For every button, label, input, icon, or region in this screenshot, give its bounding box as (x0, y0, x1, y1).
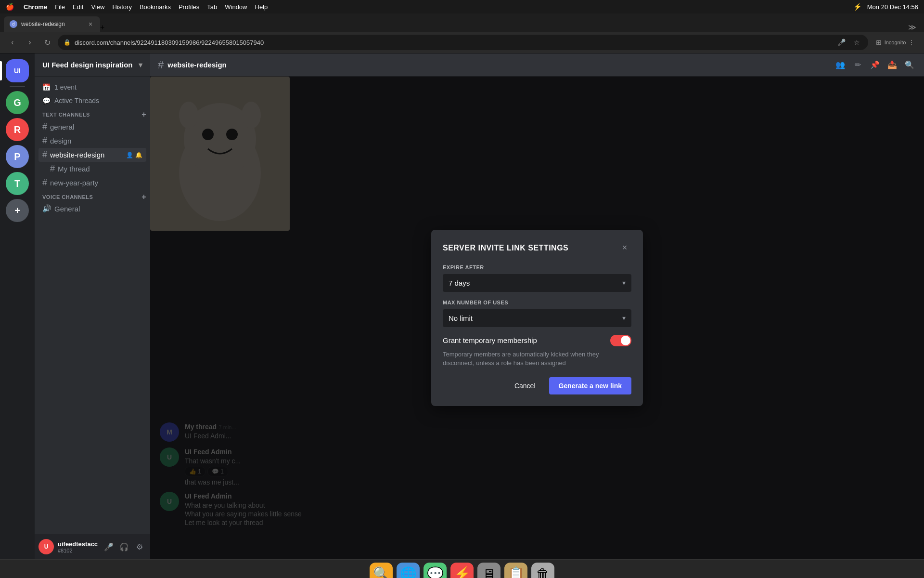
dialog-header: SERVER INVITE LINK SETTINGS × (443, 241, 631, 255)
menu-view[interactable]: View (91, 3, 104, 11)
pin-icon[interactable]: 📌 (868, 58, 882, 72)
tab-bar: d website-redesign × + ≫ (0, 13, 924, 32)
settings-icon[interactable]: ⚙ (133, 540, 146, 553)
server-icon-gray[interactable]: + (6, 199, 29, 222)
address-bar-icons: 🎤 ☆ (835, 39, 862, 46)
active-threads-item[interactable]: 💬 Active Threads (35, 94, 150, 107)
invite-settings-dialog: SERVER INVITE LINK SETTINGS × EXPIRE AFT… (431, 230, 643, 406)
channel-item-website-redesign[interactable]: # website-redesign 👤 🔔 (38, 148, 146, 162)
menu-file[interactable]: File (55, 3, 65, 11)
tab-favicon: d (10, 20, 17, 28)
inbox-icon[interactable]: 📥 (886, 58, 899, 72)
channel-item-voice-general[interactable]: 🔊 General (38, 202, 146, 215)
dock-chrome[interactable]: 🌐 (397, 563, 420, 578)
channel-badges: 👤 🔔 (126, 152, 142, 158)
server-icon-green[interactable]: G (6, 91, 29, 114)
events-item[interactable]: 📅 1 event (35, 80, 150, 94)
add-text-channel-icon[interactable]: + (141, 110, 146, 119)
user-controls: 🎤 🎧 ⚙ (102, 540, 146, 553)
profile-button[interactable]: Incognito (888, 36, 902, 49)
close-dialog-button[interactable]: × (618, 241, 631, 255)
hash-icon-general: # (42, 122, 47, 132)
browser-right-icons: ⊞ Incognito ⋮ (872, 36, 918, 49)
temporary-membership-toggle[interactable]: ✕ (610, 335, 631, 346)
menu-edit[interactable]: Edit (73, 3, 83, 11)
menu-chrome[interactable]: Chrome (24, 3, 47, 11)
channel-item-general[interactable]: # general (38, 120, 146, 134)
add-voice-channel-icon[interactable]: + (141, 193, 146, 201)
hash-icon-thread: # (50, 164, 55, 174)
discord-app: UI G R P T + UI Feed design inspiration … (0, 53, 924, 559)
hash-icon-website: # (42, 150, 47, 160)
expire-select-wrapper: 30 minutes 1 hour 6 hours 12 hours 1 day… (443, 274, 631, 292)
expire-after-group: EXPIRE AFTER 30 minutes 1 hour 6 hours 1… (443, 264, 631, 292)
refresh-button[interactable]: ↻ (40, 36, 54, 49)
dock-notes[interactable]: 📋 (504, 563, 527, 578)
modal-overlay[interactable]: SERVER INVITE LINK SETTINGS × EXPIRE AFT… (150, 77, 924, 559)
forward-button[interactable]: › (23, 36, 37, 49)
server-name-text: UI Feed design inspiration (42, 61, 133, 69)
server-icon-uifeed[interactable]: UI (6, 59, 29, 82)
tab-title: website-redesign (21, 21, 83, 27)
username-info: uifeedtestacc #8102 (58, 540, 98, 553)
voice-channel-name: General (54, 205, 142, 213)
dock-discord[interactable]: 💬 (424, 563, 447, 578)
back-button[interactable]: ‹ (6, 36, 19, 49)
voice-channels-header[interactable]: VOICE CHANNELS + (35, 190, 150, 202)
dock-bolt[interactable]: ⚡ (450, 563, 474, 578)
search-icon[interactable]: 🔍 (903, 58, 916, 72)
new-tab-button[interactable]: + (100, 23, 104, 32)
user-avatar: U (38, 539, 54, 554)
channel-item-my-thread[interactable]: # My thread (38, 162, 146, 176)
menu-help[interactable]: Help (255, 3, 268, 11)
star-icon[interactable]: ☆ (851, 39, 862, 46)
bell-badge-icon: 🔔 (135, 152, 142, 158)
extensions-button[interactable]: ⊞ (872, 36, 886, 49)
mic-icon[interactable]: 🎤 (835, 39, 847, 46)
server-dropdown-arrow: ▾ (139, 61, 142, 69)
expire-after-select[interactable]: 30 minutes 1 hour 6 hours 12 hours 1 day… (443, 274, 631, 292)
menu-tab[interactable]: Tab (207, 3, 217, 11)
text-channels-header[interactable]: TEXT CHANNELS + (35, 107, 150, 120)
server-icon-purple[interactable]: P (6, 145, 29, 168)
channel-header-name: website-redesign (167, 61, 227, 69)
generate-link-button[interactable]: Generate a new link (549, 377, 632, 394)
menu-bookmarks[interactable]: Bookmarks (140, 3, 171, 11)
voice-channels-label: VOICE CHANNELS (42, 194, 93, 200)
members-icon[interactable]: 👥 (834, 58, 847, 72)
dock-terminal[interactable]: 🖥 (477, 563, 500, 578)
server-name-header[interactable]: UI Feed design inspiration ▾ (35, 53, 150, 77)
user-badge-icon: 👤 (126, 152, 133, 158)
channel-name-design: design (50, 137, 142, 145)
edit-icon[interactable]: ✏ (851, 58, 864, 72)
browser-tab[interactable]: d website-redesign × (4, 16, 100, 32)
mic-toggle[interactable]: 🎤 (102, 540, 116, 553)
menu-history[interactable]: History (112, 3, 131, 11)
channel-sidebar: UI Feed design inspiration ▾ 📅 1 event 💬… (35, 53, 150, 559)
max-uses-select-wrapper: No limit 1 use 5 uses 10 uses 25 uses 50… (443, 309, 631, 327)
speaker-icon: 🔊 (42, 204, 51, 213)
menu-profiles[interactable]: Profiles (179, 3, 199, 11)
menu-window[interactable]: Window (225, 3, 247, 11)
headphone-toggle[interactable]: 🎧 (117, 540, 131, 553)
clock: Mon 20 Dec 14:56 (867, 3, 918, 11)
address-bar[interactable]: 🔒 discord.com/channels/92249118030915998… (58, 35, 868, 50)
channel-item-design[interactable]: # design (38, 134, 146, 148)
channel-name-general: general (50, 123, 142, 131)
max-uses-select[interactable]: No limit 1 use 5 uses 10 uses 25 uses 50… (443, 309, 631, 327)
server-icon-red[interactable]: R (6, 118, 29, 141)
menu-button[interactable]: ⋮ (905, 36, 918, 49)
close-tab-button[interactable]: × (87, 20, 94, 28)
server-icon-teal[interactable]: T (6, 172, 29, 195)
toggle-row: Grant temporary membership ✕ (443, 335, 631, 346)
channel-list: 📅 1 event 💬 Active Threads TEXT CHANNELS… (35, 77, 150, 534)
dock-trash[interactable]: 🗑 (531, 563, 554, 578)
tab-strip-right[interactable]: ≫ (908, 23, 916, 32)
threads-label: Active Threads (54, 97, 99, 105)
url-display: discord.com/channels/922491180309159986/… (75, 39, 832, 46)
apple-logo[interactable]: 🍎 (6, 3, 14, 11)
dock-finder[interactable]: 🔍 (370, 563, 393, 578)
channel-item-party[interactable]: # new-year-party (38, 176, 146, 190)
cancel-button[interactable]: Cancel (507, 377, 543, 394)
dialog-title: SERVER INVITE LINK SETTINGS (443, 244, 568, 252)
